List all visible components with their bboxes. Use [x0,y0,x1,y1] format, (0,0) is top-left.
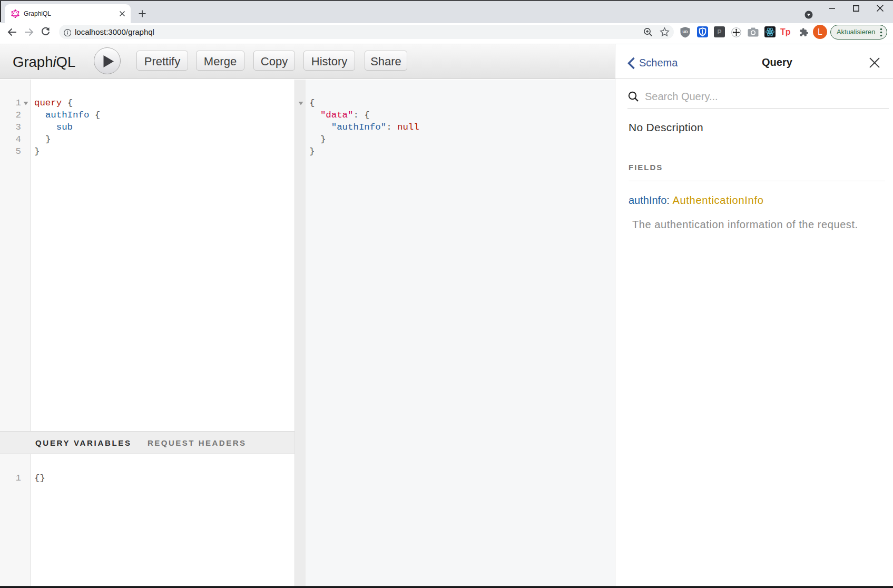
svg-text:UD: UD [682,30,688,34]
svg-text:P: P [717,28,721,36]
